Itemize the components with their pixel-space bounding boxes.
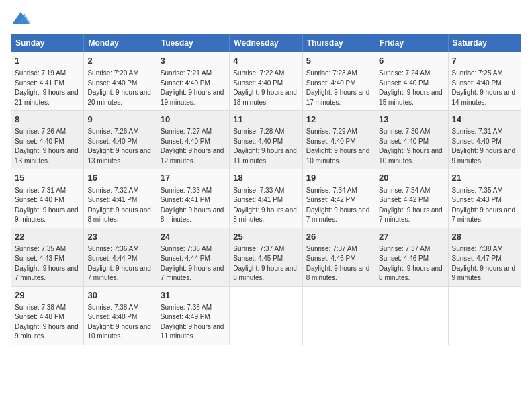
day-info: Sunrise: 7:27 AM Sunset: 4:40 PM Dayligh… — [161, 127, 226, 166]
page-container: SundayMondayTuesdayWednesdayThursdayFrid… — [0, 0, 532, 351]
weekday-header: Saturday — [448, 34, 521, 52]
day-number: 26 — [306, 231, 371, 243]
day-info: Sunrise: 7:22 AM Sunset: 4:40 PM Dayligh… — [233, 68, 298, 107]
calendar-cell: 31Sunrise: 7:38 AM Sunset: 4:49 PM Dayli… — [157, 286, 229, 345]
calendar-cell: 21Sunrise: 7:35 AM Sunset: 4:43 PM Dayli… — [448, 169, 521, 228]
day-number: 1 — [15, 55, 80, 67]
calendar-cell: 5Sunrise: 7:23 AM Sunset: 4:40 PM Daylig… — [302, 52, 375, 111]
day-info: Sunrise: 7:26 AM Sunset: 4:40 PM Dayligh… — [15, 127, 80, 166]
calendar-cell — [230, 286, 302, 345]
day-number: 5 — [306, 55, 371, 67]
day-info: Sunrise: 7:30 AM Sunset: 4:40 PM Dayligh… — [379, 127, 444, 166]
calendar-cell: 15Sunrise: 7:31 AM Sunset: 4:40 PM Dayli… — [11, 169, 84, 228]
day-number: 29 — [15, 289, 80, 302]
day-number: 19 — [306, 172, 371, 184]
day-info: Sunrise: 7:28 AM Sunset: 4:40 PM Dayligh… — [233, 127, 298, 166]
day-info: Sunrise: 7:34 AM Sunset: 4:42 PM Dayligh… — [379, 186, 444, 225]
calendar-cell: 25Sunrise: 7:37 AM Sunset: 4:45 PM Dayli… — [230, 228, 302, 286]
calendar-week-row: 8Sunrise: 7:26 AM Sunset: 4:40 PM Daylig… — [11, 111, 521, 169]
calendar-cell — [448, 286, 521, 345]
day-info: Sunrise: 7:21 AM Sunset: 4:40 PM Dayligh… — [161, 68, 226, 107]
day-info: Sunrise: 7:36 AM Sunset: 4:44 PM Dayligh… — [87, 244, 152, 283]
day-info: Sunrise: 7:38 AM Sunset: 4:49 PM Dayligh… — [161, 303, 226, 342]
day-info: Sunrise: 7:25 AM Sunset: 4:40 PM Dayligh… — [452, 68, 517, 107]
logo — [11, 11, 34, 27]
day-info: Sunrise: 7:34 AM Sunset: 4:42 PM Dayligh… — [306, 186, 371, 225]
weekday-header: Tuesday — [157, 34, 229, 52]
day-number: 12 — [306, 113, 371, 126]
day-number: 23 — [87, 231, 152, 243]
calendar-cell: 9Sunrise: 7:26 AM Sunset: 4:40 PM Daylig… — [84, 111, 157, 169]
calendar-cell: 1Sunrise: 7:19 AM Sunset: 4:41 PM Daylig… — [11, 52, 84, 111]
day-number: 21 — [452, 172, 517, 184]
calendar-cell: 30Sunrise: 7:38 AM Sunset: 4:48 PM Dayli… — [84, 286, 157, 345]
header — [11, 11, 521, 27]
weekday-header-row: SundayMondayTuesdayWednesdayThursdayFrid… — [11, 34, 521, 52]
day-info: Sunrise: 7:19 AM Sunset: 4:41 PM Dayligh… — [15, 68, 80, 107]
day-info: Sunrise: 7:37 AM Sunset: 4:46 PM Dayligh… — [306, 244, 371, 283]
calendar-week-row: 15Sunrise: 7:31 AM Sunset: 4:40 PM Dayli… — [11, 169, 521, 228]
day-info: Sunrise: 7:33 AM Sunset: 4:41 PM Dayligh… — [233, 186, 298, 225]
day-number: 14 — [452, 113, 517, 126]
weekday-header: Monday — [84, 34, 157, 52]
day-number: 18 — [233, 172, 298, 184]
day-info: Sunrise: 7:24 AM Sunset: 4:40 PM Dayligh… — [379, 68, 444, 107]
day-number: 22 — [15, 231, 80, 243]
weekday-header: Wednesday — [230, 34, 302, 52]
calendar-cell: 6Sunrise: 7:24 AM Sunset: 4:40 PM Daylig… — [375, 52, 448, 111]
calendar-table: SundayMondayTuesdayWednesdayThursdayFrid… — [11, 34, 521, 345]
calendar-cell: 23Sunrise: 7:36 AM Sunset: 4:44 PM Dayli… — [84, 228, 157, 286]
day-number: 10 — [161, 113, 226, 126]
calendar-cell: 8Sunrise: 7:26 AM Sunset: 4:40 PM Daylig… — [11, 111, 84, 169]
calendar-week-row: 1Sunrise: 7:19 AM Sunset: 4:41 PM Daylig… — [11, 52, 521, 111]
calendar-cell: 27Sunrise: 7:37 AM Sunset: 4:46 PM Dayli… — [375, 228, 448, 286]
day-info: Sunrise: 7:32 AM Sunset: 4:41 PM Dayligh… — [87, 186, 152, 225]
calendar-cell — [302, 286, 375, 345]
calendar-cell: 18Sunrise: 7:33 AM Sunset: 4:41 PM Dayli… — [230, 169, 302, 228]
day-number: 28 — [452, 231, 517, 243]
day-info: Sunrise: 7:29 AM Sunset: 4:40 PM Dayligh… — [306, 127, 371, 166]
calendar-cell: 22Sunrise: 7:35 AM Sunset: 4:43 PM Dayli… — [11, 228, 84, 286]
day-info: Sunrise: 7:35 AM Sunset: 4:43 PM Dayligh… — [452, 186, 517, 225]
calendar-cell: 26Sunrise: 7:37 AM Sunset: 4:46 PM Dayli… — [302, 228, 375, 286]
day-info: Sunrise: 7:23 AM Sunset: 4:40 PM Dayligh… — [306, 68, 371, 107]
calendar-cell: 24Sunrise: 7:36 AM Sunset: 4:44 PM Dayli… — [157, 228, 229, 286]
day-number: 25 — [233, 231, 298, 243]
calendar-cell: 7Sunrise: 7:25 AM Sunset: 4:40 PM Daylig… — [448, 52, 521, 111]
calendar-cell: 17Sunrise: 7:33 AM Sunset: 4:41 PM Dayli… — [157, 169, 229, 228]
day-number: 16 — [87, 172, 152, 184]
weekday-header: Sunday — [11, 34, 84, 52]
day-info: Sunrise: 7:33 AM Sunset: 4:41 PM Dayligh… — [161, 186, 226, 225]
day-number: 17 — [161, 172, 226, 184]
calendar-cell: 4Sunrise: 7:22 AM Sunset: 4:40 PM Daylig… — [230, 52, 302, 111]
day-number: 6 — [379, 55, 444, 67]
day-number: 7 — [452, 55, 517, 67]
day-info: Sunrise: 7:26 AM Sunset: 4:40 PM Dayligh… — [87, 127, 152, 166]
calendar-cell: 13Sunrise: 7:30 AM Sunset: 4:40 PM Dayli… — [375, 111, 448, 169]
day-info: Sunrise: 7:37 AM Sunset: 4:45 PM Dayligh… — [233, 244, 298, 283]
calendar-cell: 2Sunrise: 7:20 AM Sunset: 4:40 PM Daylig… — [84, 52, 157, 111]
calendar-cell: 20Sunrise: 7:34 AM Sunset: 4:42 PM Dayli… — [375, 169, 448, 228]
calendar-cell — [375, 286, 448, 345]
day-number: 31 — [161, 289, 226, 302]
calendar-cell: 11Sunrise: 7:28 AM Sunset: 4:40 PM Dayli… — [230, 111, 302, 169]
calendar-cell: 12Sunrise: 7:29 AM Sunset: 4:40 PM Dayli… — [302, 111, 375, 169]
day-info: Sunrise: 7:31 AM Sunset: 4:40 PM Dayligh… — [15, 186, 80, 225]
day-number: 30 — [87, 289, 152, 302]
day-info: Sunrise: 7:38 AM Sunset: 4:48 PM Dayligh… — [87, 303, 152, 342]
day-number: 20 — [379, 172, 444, 184]
calendar-week-row: 29Sunrise: 7:38 AM Sunset: 4:48 PM Dayli… — [11, 286, 521, 345]
day-number: 13 — [379, 113, 444, 126]
day-info: Sunrise: 7:37 AM Sunset: 4:46 PM Dayligh… — [379, 244, 444, 283]
calendar-cell: 19Sunrise: 7:34 AM Sunset: 4:42 PM Dayli… — [302, 169, 375, 228]
calendar-cell: 28Sunrise: 7:38 AM Sunset: 4:47 PM Dayli… — [448, 228, 521, 286]
day-number: 8 — [15, 113, 80, 126]
calendar-cell: 14Sunrise: 7:31 AM Sunset: 4:40 PM Dayli… — [448, 111, 521, 169]
calendar-cell: 29Sunrise: 7:38 AM Sunset: 4:48 PM Dayli… — [11, 286, 84, 345]
calendar-cell: 16Sunrise: 7:32 AM Sunset: 4:41 PM Dayli… — [84, 169, 157, 228]
day-info: Sunrise: 7:38 AM Sunset: 4:47 PM Dayligh… — [452, 244, 517, 283]
calendar-week-row: 22Sunrise: 7:35 AM Sunset: 4:43 PM Dayli… — [11, 228, 521, 286]
day-info: Sunrise: 7:31 AM Sunset: 4:40 PM Dayligh… — [452, 127, 517, 166]
day-number: 27 — [379, 231, 444, 243]
day-number: 4 — [233, 55, 298, 67]
